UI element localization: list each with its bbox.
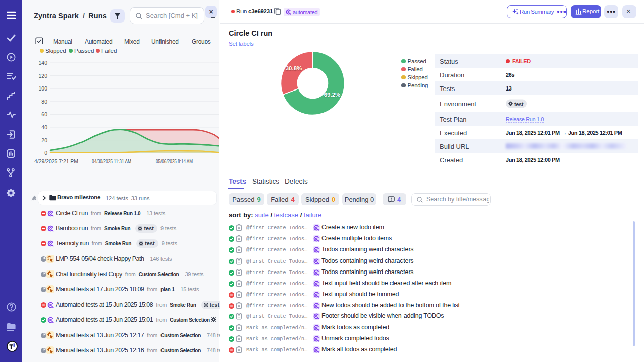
svg-text:30.8%: 30.8% [286,65,302,71]
svg-text:100: 100 [38,85,47,92]
svg-text:4/29/2025 7:21 PM: 4/29/2025 7:21 PM [34,159,78,164]
svg-text:0: 0 [44,150,47,156]
svg-text:04/30/2025 11:31 AM: 04/30/2025 11:31 AM [92,159,131,164]
svg-text:140: 140 [38,60,47,66]
svg-text:80: 80 [41,99,47,105]
svg-text:20: 20 [41,137,47,143]
svg-text:69.2%: 69.2% [324,92,341,98]
svg-text:05/06/2025 8:14 AM: 05/06/2025 8:14 AM [156,159,193,164]
svg-text:120: 120 [38,73,47,79]
svg-text:40: 40 [41,124,47,130]
svg-text:60: 60 [41,111,47,117]
